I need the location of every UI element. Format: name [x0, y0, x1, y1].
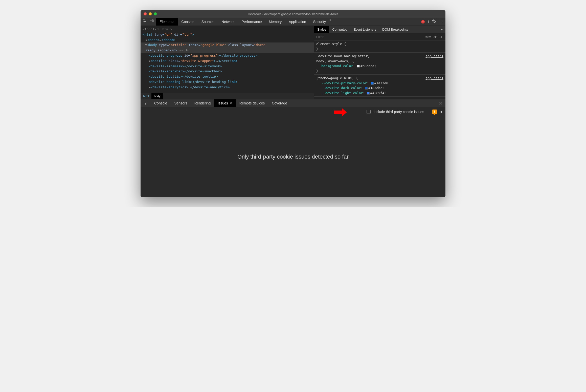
elements-split: <!DOCTYPE html> <html lang="en" dir="ltr…	[141, 26, 445, 99]
dom-child[interactable]: <devsite-snackbar></devsite-snackbar>	[143, 69, 312, 74]
styles-sidebar: Styles Computed Event Listeners DOM Brea…	[314, 26, 445, 99]
tab-sources[interactable]: Sources	[198, 18, 218, 26]
dom-child[interactable]: <devsite-sitemask></devsite-sitemask>	[143, 64, 312, 69]
dom-child[interactable]: <devsite-tooltip></devsite-tooltip>	[143, 74, 312, 79]
tab-security[interactable]: Security	[310, 18, 330, 26]
drawer-tab-coverage[interactable]: Coverage	[268, 99, 291, 107]
styles-tab-listeners[interactable]: Event Listeners	[350, 26, 379, 33]
drawer-tab-sensors[interactable]: Sensors	[171, 99, 191, 107]
issues-body: Only third-party cookie issues detected …	[141, 116, 445, 197]
head-node[interactable]: ▶<head>…</head>	[143, 37, 312, 43]
prop-light[interactable]: --devsite-light-color: #4285f4;	[316, 91, 443, 96]
breadcrumb: html body	[141, 93, 314, 99]
checkbox-label: Include third-party cookie issues	[374, 110, 424, 114]
rule-book-nav[interactable]: app.css:1 .devsite-book-nav-bg:after, bo…	[314, 53, 445, 75]
issues-empty-text: Only third-party cookie issues detected …	[237, 154, 349, 160]
settings-gear-icon[interactable]	[432, 19, 436, 25]
error-badge-icon[interactable]: ✕	[421, 20, 425, 24]
drawer-menu-icon[interactable]: ⋮	[141, 101, 151, 106]
new-rule-icon[interactable]: +	[439, 35, 443, 39]
styles-tab-dom-bp[interactable]: DOM Breakpoints	[379, 26, 411, 33]
tab-elements[interactable]: Elements	[156, 18, 178, 26]
dom-child[interactable]: ▶<devsite-analytics>…</devsite-analytics…	[143, 85, 312, 90]
source-link[interactable]: app.css:1	[426, 54, 443, 59]
source-link[interactable]: app.css:1	[426, 76, 443, 81]
prop-primary[interactable]: --devsite-primary-color: #1a73e8;	[316, 81, 443, 86]
error-count: 1	[427, 20, 429, 24]
drawer: ⋮ Console Sensors Rendering Issues ✕ Rem…	[141, 99, 445, 197]
titlebar: DevTools - developers.google.com/web/too…	[141, 10, 445, 18]
minimize-window-button[interactable]	[149, 12, 152, 15]
prop-dark[interactable]: --devsite-dark-color: #185abc;	[316, 85, 443, 91]
html-open-node[interactable]: <html lang="en" dir="ltr">	[143, 32, 312, 37]
device-toggle-icon[interactable]	[150, 19, 154, 24]
cls-toggle[interactable]: .cls	[433, 35, 437, 39]
color-swatch[interactable]	[365, 87, 368, 90]
tab-network[interactable]: Network	[218, 18, 238, 26]
main-tabs: Elements Console Sources Network Perform…	[156, 18, 331, 26]
toolbar-right: ✕ 1 ⋮	[421, 19, 445, 25]
elements-panel[interactable]: <!DOCTYPE html> <html lang="en" dir="ltr…	[141, 26, 314, 99]
dom-child[interactable]: ▶<section class="devsite-wrapper">…</sec…	[143, 58, 312, 64]
doctype-node[interactable]: <!DOCTYPE html>	[143, 27, 312, 32]
maximize-window-button[interactable]	[154, 12, 157, 15]
main-toolbar: Elements Console Sources Network Perform…	[141, 18, 445, 26]
styles-tab-styles[interactable]: Styles	[314, 26, 329, 33]
inspect-element-icon[interactable]	[143, 19, 147, 24]
tab-application[interactable]: Application	[285, 18, 310, 26]
drawer-tab-remote[interactable]: Remote devices	[236, 99, 268, 107]
more-options-icon[interactable]: ⋮	[439, 19, 443, 24]
issue-count: 0	[440, 110, 442, 114]
rule-element-style[interactable]: element.style { }	[314, 40, 445, 53]
styles-filter-input[interactable]	[316, 35, 423, 39]
style-rules[interactable]: element.style { } app.css:1 .devsite-boo…	[314, 40, 445, 99]
tab-memory[interactable]: Memory	[265, 18, 285, 26]
drawer-tabs: ⋮ Console Sensors Rendering Issues ✕ Rem…	[141, 99, 445, 107]
drawer-tab-rendering[interactable]: Rendering	[191, 99, 214, 107]
tab-performance[interactable]: Performance	[238, 18, 265, 26]
color-swatch[interactable]	[371, 82, 374, 85]
issues-toolbar: Include third-party cookie issues ! 0	[141, 107, 445, 116]
crumb-body[interactable]: body	[151, 93, 163, 99]
annotation-arrow-icon	[334, 108, 347, 118]
color-swatch[interactable]	[357, 65, 360, 68]
dom-tree[interactable]: <!DOCTYPE html> <html lang="en" dir="ltr…	[141, 26, 314, 91]
styles-tab-computed[interactable]: Computed	[329, 26, 350, 33]
include-third-party-checkbox[interactable]	[367, 110, 371, 114]
tab-console[interactable]: Console	[178, 18, 198, 26]
rule-theme-blue[interactable]: app.css:1 [theme=google-blue] { --devsit…	[314, 75, 445, 97]
crumb-html[interactable]: html	[141, 93, 151, 99]
body-node-selected[interactable]: ⋯ ▼<body type="article" theme="google-bl…	[141, 42, 314, 53]
close-tab-icon[interactable]: ✕	[230, 101, 232, 105]
window-title: DevTools - developers.google.com/web/too…	[141, 12, 445, 16]
close-window-button[interactable]	[144, 12, 147, 15]
toolbar-left-icons	[141, 18, 156, 26]
dom-child[interactable]: <devsite-progress id="app-progress"></de…	[143, 53, 312, 58]
styles-filter-bar: :hov .cls +	[314, 33, 445, 40]
traffic-lights	[141, 12, 157, 15]
dom-child[interactable]: <devsite-heading-link></devsite-heading-…	[143, 79, 312, 85]
prop-bgcolor[interactable]: background-color: #e8eaed;	[316, 63, 443, 69]
issue-badge-icon[interactable]: !	[432, 110, 437, 114]
drawer-tab-issues[interactable]: Issues ✕	[214, 99, 236, 107]
styles-more-tabs-icon[interactable]: »	[441, 28, 443, 32]
devtools-window: DevTools - developers.google.com/web/too…	[141, 10, 445, 197]
drawer-tab-console[interactable]: Console	[151, 99, 171, 107]
more-tabs-icon[interactable]: »	[329, 18, 331, 26]
styles-tabs: Styles Computed Event Listeners DOM Brea…	[314, 26, 445, 33]
drawer-close-icon[interactable]: ✕	[436, 100, 445, 106]
color-swatch[interactable]	[367, 92, 370, 95]
hov-toggle[interactable]: :hov	[425, 35, 431, 39]
